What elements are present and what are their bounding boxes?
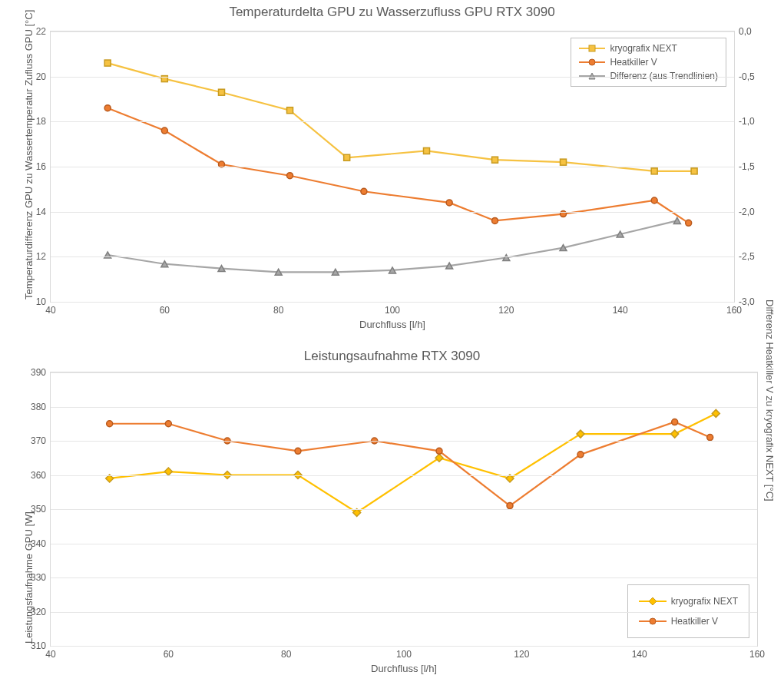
- svg-point-14: [361, 188, 367, 194]
- series-line: [108, 220, 677, 272]
- x-tick: 80: [273, 305, 283, 316]
- y-tick: 22: [36, 26, 46, 37]
- svg-point-34: [589, 59, 595, 65]
- y2-tick: 0,0: [739, 26, 752, 37]
- svg-rect-2: [219, 89, 225, 95]
- chart-temperaturdelta: Temperaturdelta GPU zu Wasserzufluss GPU…: [0, 0, 784, 338]
- legend-item-kryografix: kryografix NEXT: [636, 591, 741, 611]
- legend-item-heatkiller: Heatkiller V: [636, 611, 741, 631]
- y2-tick: -2,5: [739, 251, 755, 262]
- svg-rect-6: [492, 157, 498, 163]
- charts-wrapper: { "chart_data": [ { "type": "line", "tit…: [0, 0, 784, 685]
- svg-rect-3: [287, 108, 293, 114]
- svg-point-11: [161, 127, 167, 134]
- y-tick: 360: [31, 470, 46, 481]
- svg-point-60: [650, 618, 656, 624]
- y2-tick: -1,5: [739, 161, 755, 172]
- svg-point-55: [672, 419, 678, 425]
- y-tick: 12: [36, 251, 46, 262]
- svg-point-13: [287, 173, 293, 179]
- chart2-plot: Durchfluss [l/h] kryografix NEXT Heatkil…: [50, 372, 758, 647]
- legend-item-kryografix: kryografix NEXT: [576, 41, 721, 55]
- svg-point-56: [707, 435, 713, 441]
- svg-point-52: [436, 448, 442, 454]
- x-tick: 40: [45, 305, 55, 316]
- y2-tick: -1,0: [739, 116, 755, 127]
- x-tick: 140: [632, 649, 647, 660]
- chart2-title: Leistungsaufnahme RTX 3090: [0, 349, 784, 364]
- y-tick: 18: [36, 116, 46, 127]
- y2-tick: -0,5: [739, 71, 755, 82]
- chart1-title: Temperaturdelta GPU zu Wasserzufluss GPU…: [0, 5, 784, 20]
- chart-leistungsaufnahme: Leistungsaufnahme RTX 3090 Leistungsfauf…: [0, 346, 784, 685]
- y-tick: 380: [31, 402, 46, 412]
- y-tick: 320: [31, 607, 46, 617]
- svg-point-53: [507, 503, 513, 509]
- y-tick: 330: [31, 572, 46, 583]
- chart1-legend: kryografix NEXT Heatkiller V Differenz (…: [571, 38, 726, 87]
- legend-label: Heatkiller V: [671, 616, 718, 627]
- chart1-ylabel: Temperaturdifferenz GPU zu Wassertempera…: [23, 10, 35, 299]
- chart1-plot: Durchfluss [l/h] kryografix NEXT Heatkil…: [50, 31, 735, 303]
- x-tick: 140: [613, 305, 628, 316]
- svg-point-48: [165, 421, 171, 427]
- x-tick: 60: [164, 649, 174, 660]
- svg-marker-46: [712, 409, 719, 417]
- y-tick: 350: [31, 504, 46, 515]
- svg-point-47: [107, 421, 113, 427]
- svg-point-54: [577, 452, 584, 458]
- svg-point-19: [686, 220, 692, 226]
- chart1-xlabel: Durchfluss [l/h]: [51, 319, 734, 330]
- legend-label: kryografix NEXT: [671, 596, 738, 607]
- x-tick: 80: [281, 649, 291, 660]
- x-tick: 100: [385, 305, 400, 316]
- y-tick: 14: [36, 207, 46, 217]
- svg-rect-7: [561, 159, 567, 165]
- y-tick: 340: [31, 538, 46, 549]
- svg-rect-5: [424, 147, 430, 154]
- svg-point-50: [295, 448, 301, 454]
- x-tick: 40: [45, 649, 55, 660]
- svg-rect-32: [589, 45, 595, 51]
- svg-rect-0: [104, 60, 111, 66]
- svg-rect-8: [651, 168, 657, 174]
- svg-rect-4: [344, 154, 350, 160]
- x-tick: 160: [726, 305, 742, 316]
- svg-point-15: [446, 200, 452, 206]
- svg-point-16: [492, 217, 498, 223]
- svg-rect-9: [691, 168, 697, 174]
- legend-label: Heatkiller V: [610, 57, 657, 68]
- chart2-xlabel: Durchfluss [l/h]: [51, 663, 757, 674]
- y-tick: 10: [36, 296, 46, 307]
- svg-point-10: [104, 105, 111, 111]
- y-tick: 16: [36, 161, 46, 172]
- svg-point-18: [651, 197, 657, 204]
- y-tick: 20: [36, 71, 46, 82]
- x-tick: 160: [749, 649, 765, 660]
- x-tick: 60: [160, 305, 170, 316]
- legend-label: kryografix NEXT: [610, 43, 676, 54]
- x-tick: 100: [396, 649, 412, 660]
- series-line: [110, 413, 716, 512]
- y-tick: 310: [31, 640, 46, 651]
- svg-marker-45: [671, 430, 679, 438]
- y-tick: 370: [31, 435, 46, 446]
- svg-marker-58: [649, 597, 657, 605]
- legend-item-heatkiller: Heatkiller V: [576, 55, 721, 69]
- y-tick: 390: [31, 367, 46, 378]
- x-tick: 120: [498, 305, 514, 316]
- y2-tick: -2,0: [739, 207, 755, 217]
- x-tick: 120: [514, 649, 529, 660]
